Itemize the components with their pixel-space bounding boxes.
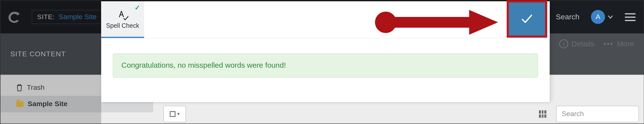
more-button[interactable]: ••• More bbox=[603, 40, 634, 48]
spellcheck-panel: ✓ Spell Check ‹ › Congratulations, no mi… bbox=[101, 0, 550, 102]
alert-message: Congratulations, no misspelled words wer… bbox=[122, 61, 286, 70]
more-label: More bbox=[617, 40, 634, 48]
panel-tabbar: ✓ Spell Check ‹ › bbox=[101, 1, 550, 38]
site-selector[interactable]: SITE: Sample Site bbox=[32, 10, 102, 24]
site-name: Sample Site bbox=[59, 13, 97, 21]
details-button[interactable]: i Details bbox=[559, 39, 594, 48]
confirm-button[interactable] bbox=[507, 0, 547, 38]
more-dots-icon: ••• bbox=[603, 40, 614, 48]
list-search-input[interactable]: Search bbox=[556, 106, 639, 122]
trash-icon bbox=[16, 84, 23, 91]
site-content-title: SITE CONTENT bbox=[10, 50, 66, 58]
user-menu-chevron-icon[interactable] bbox=[608, 14, 613, 20]
info-icon: i bbox=[559, 39, 568, 48]
select-all-dropdown[interactable]: ▾ bbox=[164, 106, 186, 122]
details-label: Details bbox=[572, 40, 594, 48]
tab-label: Spell Check bbox=[106, 22, 139, 28]
hamburger-menu-icon[interactable] bbox=[625, 13, 636, 21]
app-logo[interactable] bbox=[6, 9, 23, 25]
check-ok-icon: ✓ bbox=[134, 4, 140, 12]
success-alert: Congratulations, no misspelled words wer… bbox=[113, 53, 538, 78]
tree-item-label: Sample Site bbox=[28, 100, 68, 108]
tree-item-label: Trash bbox=[27, 84, 44, 92]
chevron-down-icon: ▾ bbox=[177, 111, 180, 117]
site-label: SITE: bbox=[37, 13, 54, 20]
list-toolbar: ▾ Search bbox=[164, 105, 639, 123]
tab-spell-check[interactable]: ✓ Spell Check bbox=[101, 1, 144, 38]
global-search-link[interactable]: Search bbox=[556, 13, 579, 21]
checkmark-icon bbox=[520, 12, 534, 26]
spellcheck-icon bbox=[116, 9, 129, 20]
checkbox-icon bbox=[170, 111, 176, 117]
user-avatar[interactable]: A bbox=[591, 10, 605, 24]
content-actions: i Details ••• More bbox=[559, 34, 644, 54]
folder-icon bbox=[16, 101, 24, 107]
search-placeholder: Search bbox=[562, 110, 584, 118]
grid-view-icon[interactable] bbox=[539, 110, 546, 118]
